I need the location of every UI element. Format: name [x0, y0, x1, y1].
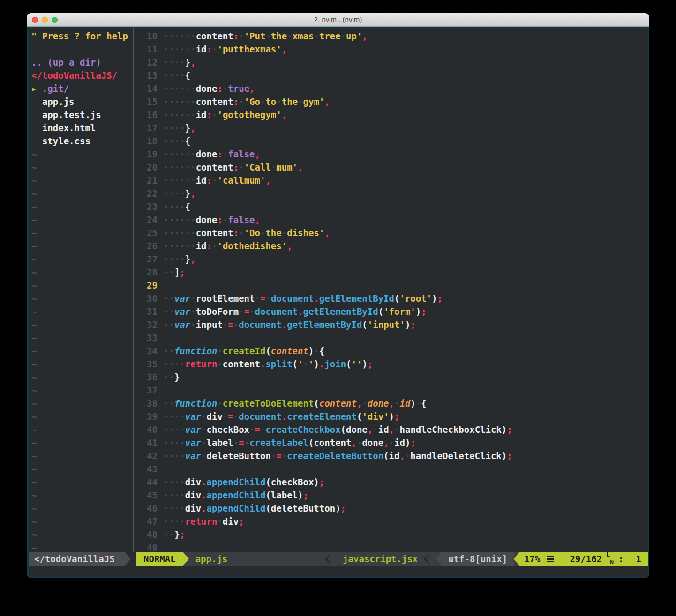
code-line: 22····},: [134, 187, 648, 200]
line-number: 11: [134, 43, 158, 56]
close-button[interactable]: [32, 17, 38, 23]
status-line: </todoVanillaJS NORMAL app.js javascript…: [29, 552, 648, 566]
scroll-percent: 17%: [524, 552, 540, 566]
zoom-button[interactable]: [52, 17, 58, 23]
code-area[interactable]: 10······content:·'Put·the·xmas·tree·up',…: [134, 28, 648, 552]
line-number: 22: [134, 187, 158, 200]
position-colon: :: [618, 552, 623, 566]
line-number: 30: [134, 292, 158, 305]
tilde-marker: ~: [31, 436, 133, 449]
line-number: 27: [134, 252, 158, 266]
statusline-spacer: [234, 552, 324, 566]
line-number: 40: [134, 423, 158, 436]
code-text: ····},: [164, 121, 196, 134]
code-line: 15······content:·'Go·to·the·gym',: [134, 95, 648, 108]
code-line: 32··var·input·=·document.getElementById(…: [134, 318, 648, 331]
code-text: ····var·label·=·createLabel(content,·don…: [164, 436, 416, 449]
tilde-marker: ~: [31, 318, 133, 331]
tilde-marker: ~: [31, 174, 133, 187]
code-text: ······id:·'gotothegym',: [164, 108, 287, 121]
tilde-column: ~~~~~~~~~~~~~~~~~~~~~~~~~~~~~~~: [31, 148, 133, 552]
tilde-marker: ~: [31, 397, 133, 410]
line-number: 43: [134, 462, 158, 475]
tilde-marker: ~: [31, 292, 133, 305]
current-filename: app.js: [189, 552, 234, 566]
code-line: 42····var·deleteButton·=·createDeleteBut…: [134, 449, 648, 462]
tree-item-file[interactable]: style.css: [31, 134, 133, 148]
tree-item-dir[interactable]: ▸.git/: [31, 82, 133, 95]
code-line: 18····{: [134, 134, 648, 148]
code-line: 13····{: [134, 69, 648, 82]
tilde-marker: ~: [31, 252, 133, 266]
command-line[interactable]: [29, 566, 648, 577]
code-text: ····},: [164, 252, 196, 266]
code-text: ······id:·'dothedishes',: [164, 239, 293, 252]
tilde-marker: ~: [31, 148, 133, 161]
tilde-marker: ~: [31, 266, 133, 279]
code-text: ··];: [164, 266, 185, 279]
code-line: 23····{: [134, 200, 648, 213]
code-text: ······id:·'callmum',: [164, 174, 271, 187]
code-line: 36··}: [134, 371, 648, 384]
chevron-left-icon: [424, 554, 433, 564]
code-line: 33: [134, 331, 648, 344]
code-text: ··}: [164, 371, 180, 384]
code-text: ······done:·false,: [164, 213, 260, 226]
code-text: ··var·rootElement·=·document.getElementB…: [164, 292, 443, 305]
tilde-marker: ~: [31, 305, 133, 318]
tilde-marker: ~: [31, 371, 133, 384]
title-bar[interactable]: 2. nvim . (nvim): [27, 13, 649, 27]
tree-root-path[interactable]: </todoVanillaJS/: [31, 69, 133, 82]
tilde-marker: ~: [31, 502, 133, 515]
tilde-marker: ~: [31, 541, 133, 552]
tilde-marker: ~: [31, 161, 133, 174]
tree-item-label: .git/: [42, 83, 69, 94]
airline-statusline: NORMAL app.js javascript.jsx utf-8[unix]…: [136, 552, 648, 566]
tree-item-label: app.js: [42, 96, 75, 107]
tilde-marker: ~: [31, 384, 133, 397]
powerline-arrow-icon: [514, 552, 519, 566]
line-number: 34: [134, 344, 158, 357]
line-number: 48: [134, 528, 158, 541]
tree-item-file[interactable]: index.html: [31, 121, 133, 134]
code-text: ······done:·false,: [164, 148, 260, 161]
line-number: 36: [134, 371, 158, 384]
chevron-left-icon: [325, 554, 334, 564]
code-line: 28··];: [134, 266, 648, 279]
code-line: 38··function·createToDoElement(content,·…: [134, 397, 648, 410]
code-line: 31··var·toDoForm·=·document.getElementBy…: [134, 305, 648, 318]
blank-line: [31, 43, 133, 56]
code-text: ··var·toDoForm·=·document.getElementById…: [164, 305, 427, 318]
line-number: 32: [134, 318, 158, 331]
code-text: ····var·div·=·document.createElement('di…: [164, 410, 399, 423]
code-line: 24······done:·false,: [134, 213, 648, 226]
tilde-marker: ~: [31, 528, 133, 541]
code-line: 45····div.appendChild(label);: [134, 489, 648, 502]
line-number: 13: [134, 69, 158, 82]
code-text: ····div.appendChild(checkBox);: [164, 475, 324, 489]
tree-item-file[interactable]: app.js: [31, 95, 133, 108]
code-text: ··function·createId(content)·{: [164, 344, 324, 357]
code-text: ··};: [164, 528, 185, 541]
powerline-arrow-icon: [125, 552, 131, 566]
line-number: 44: [134, 475, 158, 489]
line-number: 14: [134, 82, 158, 95]
tilde-marker: ~: [31, 213, 133, 226]
tilde-marker: ~: [31, 200, 133, 213]
line-number: 18: [134, 134, 158, 148]
nerdtree-statusline: </todoVanillaJS: [29, 552, 134, 566]
code-line: 14······done:·true,: [134, 82, 648, 95]
tree-item-up-dir[interactable]: .. (up a dir): [31, 56, 133, 69]
tree-item-file[interactable]: app.test.js: [31, 108, 133, 121]
column-number: 1: [636, 552, 641, 566]
code-text: ····div.appendChild(label);: [164, 489, 308, 502]
line-number: 28: [134, 266, 158, 279]
minimize-button[interactable]: [42, 17, 48, 23]
position-segment: 17% 29/162 LN : 1: [519, 552, 648, 566]
code-text: ····{: [164, 134, 190, 148]
code-line: 21······id:·'callmum',: [134, 174, 648, 187]
line-number: 46: [134, 502, 158, 515]
nerdtree-sidebar[interactable]: " Press ? for help .. (up a dir) </todoV…: [29, 28, 134, 552]
code-line: 27····},: [134, 252, 648, 266]
code-text: ····{: [164, 69, 190, 82]
